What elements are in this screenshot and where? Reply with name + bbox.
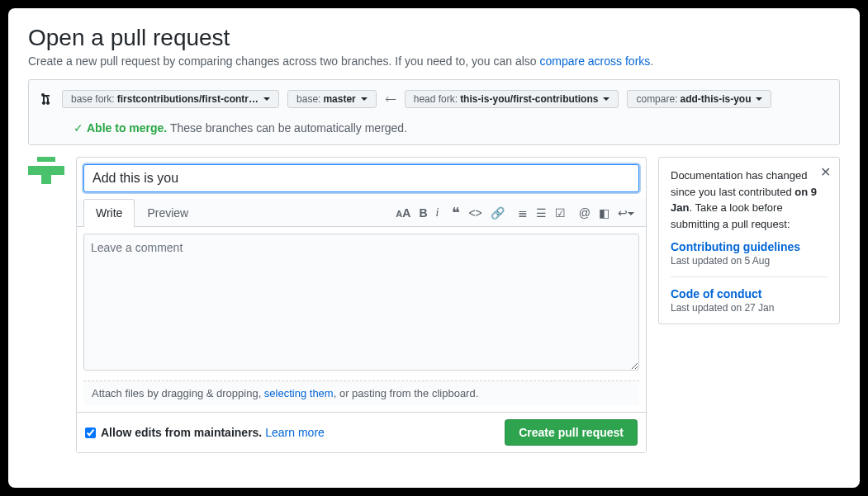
compare-branch-selector[interactable]: compare: add-this-is-you <box>627 90 771 108</box>
merge-status: ✓Able to merge. These branches can be au… <box>40 121 828 135</box>
learn-more-link[interactable]: Learn more <box>265 426 325 439</box>
base-fork-selector[interactable]: base fork: firstcontributions/first-cont… <box>62 90 279 108</box>
doc-meta: Last updated on 5 Aug <box>671 255 828 267</box>
pr-title-input[interactable] <box>83 164 639 192</box>
svg-rect-1 <box>28 166 37 175</box>
tab-write[interactable]: Write <box>83 199 135 227</box>
link-icon[interactable]: 🔗 <box>491 206 505 220</box>
caret-down-icon <box>756 97 762 101</box>
code-icon[interactable]: <> <box>468 206 481 220</box>
tab-preview[interactable]: Preview <box>135 199 201 226</box>
page-title: Open a pull request <box>28 25 840 51</box>
mention-icon[interactable]: @ <box>579 206 591 220</box>
bold-icon[interactable]: B <box>419 206 427 220</box>
divider <box>671 276 828 277</box>
svg-rect-2 <box>55 166 64 175</box>
base-branch-selector[interactable]: base: master <box>287 90 377 108</box>
bullet-list-icon[interactable]: ≣ <box>518 206 528 220</box>
caret-down-icon <box>603 97 609 101</box>
avatar <box>28 157 64 193</box>
check-icon: ✓ <box>74 121 83 135</box>
svg-rect-5 <box>37 157 55 162</box>
select-files-link[interactable]: selecting them <box>264 387 334 399</box>
close-icon[interactable]: ✕ <box>820 164 831 180</box>
task-list-icon[interactable]: ☑ <box>555 206 566 220</box>
compare-panel: base fork: firstcontributions/first-cont… <box>28 79 840 145</box>
attach-hint: Attach files by dragging & dropping, sel… <box>83 380 639 405</box>
create-pull-request-button[interactable]: Create pull request <box>505 419 638 446</box>
doc-meta: Last updated on 27 Jan <box>671 302 828 314</box>
comment-textarea[interactable] <box>83 234 639 371</box>
reply-icon[interactable]: ↩ <box>618 206 634 220</box>
italic-icon[interactable]: i <box>436 206 439 220</box>
arrow-left-icon: 🡐 <box>385 92 396 106</box>
quote-icon[interactable]: ❝ <box>452 204 460 222</box>
heading-icon[interactable]: AA <box>396 206 410 220</box>
pr-composer: Write Preview AA B i ❝ <> 🔗 ≣ <box>76 157 647 453</box>
compare-forks-link[interactable]: compare across forks <box>539 54 650 68</box>
allow-edits-label[interactable]: Allow edits from maintainers. <box>85 426 262 439</box>
git-compare-icon <box>40 92 54 106</box>
page-subtitle: Create a new pull request by comparing c… <box>28 54 840 68</box>
allow-edits-checkbox[interactable] <box>85 428 96 438</box>
head-fork-selector[interactable]: head fork: this-is-you/first-contributio… <box>405 90 619 108</box>
svg-rect-4 <box>41 175 51 184</box>
formatting-toolbar: AA B i ❝ <> 🔗 ≣ ☰ ☑ @ <box>396 204 639 222</box>
caret-down-icon <box>361 97 368 101</box>
code-of-conduct-link[interactable]: Code of conduct <box>671 287 828 300</box>
numbered-list-icon[interactable]: ☰ <box>536 206 547 220</box>
docs-sidebar: ✕ Documentation has changed since you la… <box>658 157 840 324</box>
caret-down-icon <box>263 97 270 101</box>
svg-rect-3 <box>37 166 55 175</box>
sidebar-message: Documentation has changed since you last… <box>671 168 828 232</box>
contributing-guidelines-link[interactable]: Contributing guidelines <box>671 240 828 253</box>
bookmark-icon[interactable]: ◧ <box>599 206 609 220</box>
